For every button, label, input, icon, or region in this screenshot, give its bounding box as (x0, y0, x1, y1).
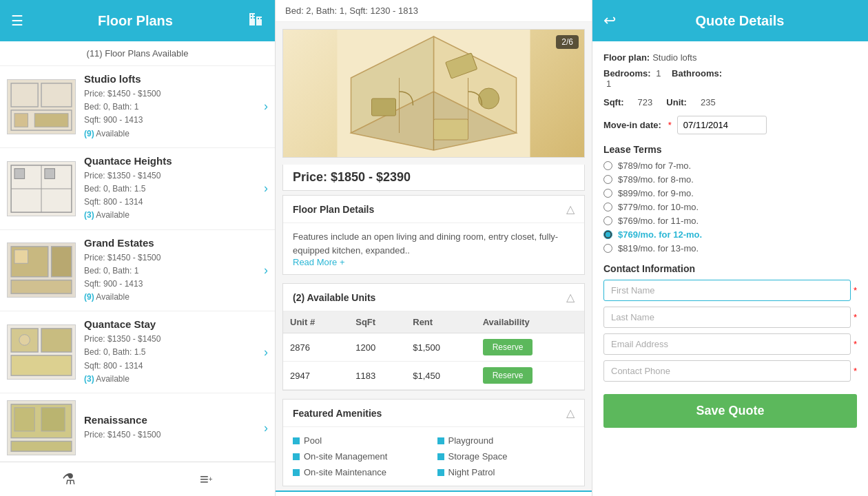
read-more-link[interactable]: Read More + (293, 257, 345, 267)
amenity-playground: Playground (437, 434, 575, 447)
right-panel-title: Quote Details (623, 13, 857, 29)
chevron-right-icon-3: › (264, 263, 268, 278)
svg-rect-22 (52, 247, 72, 277)
right-body: Floor plan: Studio lofts Bedrooms: 1 Bat… (592, 41, 868, 496)
floor-plan-desc: Features include an open living and dini… (293, 230, 575, 257)
fp-name-2: Quantace Heights (84, 155, 268, 167)
phone-input[interactable] (603, 360, 851, 382)
right-panel: ↩ Quote Details Floor plan: Studio lofts… (592, 0, 868, 496)
floor-plan-info-4: Quantace Stay Price: $1350 - $1450 Bed: … (76, 318, 268, 386)
bedrooms-value: 1 (656, 68, 661, 79)
unit-sqft-1: 1200 (349, 333, 406, 362)
last-name-input[interactable] (603, 307, 851, 328)
floorplans-list: Studio lofts Price: $1450 - $1500 Bed: 0… (0, 66, 275, 462)
check-availability-bar: Check Availability ‹ › (276, 490, 592, 496)
bathrooms-value: 1 (606, 79, 611, 89)
floor-plan-item-5[interactable]: Renaissance Price: $1450 - $1500 › (0, 393, 275, 462)
fp-details-2: Price: $1350 - $1450 Bed: 0, Bath: 1.5 S… (84, 169, 268, 223)
bedrooms-label: Bedrooms: (603, 68, 651, 79)
svg-rect-24 (14, 250, 28, 264)
svg-rect-27 (41, 329, 72, 352)
lease-radio-0[interactable] (603, 161, 612, 170)
svg-rect-34 (41, 408, 65, 431)
email-input[interactable] (603, 333, 851, 355)
floor-plan-item-2[interactable]: Quantace Heights Price: $1350 - $1450 Be… (0, 148, 275, 230)
unit-number-1: 2876 (283, 333, 349, 362)
reserve-btn-1[interactable]: Reserve (483, 339, 533, 355)
lease-option-2: $899/mo. for 9-mo. (603, 188, 857, 198)
fp-details-3: Price: $1450 - $1500 Bed: 0, Bath: 1 Sqf… (84, 251, 268, 304)
lease-option-4: $769/mo. for 11-mo. (603, 216, 857, 226)
unit-reserve-1: Reserve (476, 333, 584, 362)
unit-number-2: 2947 (283, 362, 349, 390)
fp-name-1: Studio lofts (84, 73, 268, 85)
floor-plan-details-body: Features include an open living and dini… (283, 223, 584, 274)
top-info: Bed: 2, Bath: 1, Sqft: 1230 - 1813 (276, 0, 592, 22)
col-sqft: SqFt (349, 311, 406, 333)
list-add-icon-btn[interactable]: ≡+ (138, 462, 276, 496)
amenity-dot (293, 437, 300, 444)
floorplans-count: (11) Floor Plans Available (0, 41, 275, 66)
lease-radio-5[interactable] (603, 230, 612, 239)
next-nav-btn[interactable]: › (564, 492, 582, 496)
building-icon[interactable] (247, 11, 264, 31)
email-row: * (603, 333, 857, 355)
svg-rect-5 (254, 17, 255, 19)
floor-plan-item-3[interactable]: Grand Estates Price: $1450 - $1500 Bed: … (0, 230, 275, 312)
floor-plan-thumb-4 (7, 324, 76, 380)
units-table: Unit # SqFt Rent Availability 2876 1200 … (283, 311, 584, 390)
amenity-dot (293, 453, 300, 460)
amenity-dot (437, 469, 444, 476)
amenities-header[interactable]: Featured Amenities △ (283, 400, 584, 427)
quote-details-grid: Bedrooms: 1 Bathrooms: 1 (603, 68, 857, 89)
lease-radio-3[interactable] (603, 203, 612, 211)
floor-plan-thumb-1 (7, 79, 76, 134)
lease-radio-6[interactable] (603, 244, 612, 253)
table-row: 2947 1183 $1,450 Reserve (283, 362, 584, 390)
move-in-input[interactable] (677, 116, 767, 134)
filter-icon-btn[interactable]: ⚗ (0, 462, 138, 496)
available-units-title: (2) Available Units (293, 292, 375, 303)
lease-terms-title: Lease Terms (603, 144, 857, 155)
floor-plan-value: Studio lofts (652, 52, 696, 63)
lease-radio-1[interactable] (603, 175, 612, 184)
floor-plan-details-accordion: Floor Plan Details △ Features include an… (282, 195, 585, 275)
reserve-btn-2[interactable]: Reserve (483, 367, 533, 384)
floor-plan-item-4[interactable]: Quantace Stay Price: $1350 - $1450 Bed: … (0, 311, 275, 393)
hamburger-icon[interactable]: ☰ (11, 12, 23, 29)
available-units-header[interactable]: (2) Available Units △ (283, 284, 584, 311)
move-in-label: Move-in date: (603, 120, 661, 130)
left-panel-title: Floor Plans (23, 13, 247, 29)
lease-radio-4[interactable] (603, 216, 612, 225)
fp-name-3: Grand Estates (84, 237, 268, 249)
back-icon[interactable]: ↩ (603, 12, 616, 30)
lease-option-5: $769/mo. for 12-mo. (603, 229, 857, 240)
last-name-required: * (854, 312, 857, 322)
floor-plan-item-1[interactable]: Studio lofts Price: $1450 - $1500 Bed: 0… (0, 66, 275, 148)
fp-details-4: Price: $1350 - $1450 Bed: 0, Bath: 1.5 S… (84, 333, 268, 386)
col-unit: Unit # (283, 311, 349, 333)
prev-nav-btn[interactable]: ‹ (544, 492, 563, 496)
unit-rent-2: $1,450 (406, 362, 475, 390)
first-name-input[interactable] (603, 280, 851, 301)
svg-rect-33 (14, 408, 34, 431)
available-units-body: Unit # SqFt Rent Availability 2876 1200 … (283, 311, 584, 390)
lease-radio-2[interactable] (603, 189, 612, 198)
lease-option-0: $789/mo for 7-mo. (603, 161, 857, 171)
amenities-toggle-icon: △ (566, 406, 575, 420)
phone-row: * (603, 360, 857, 382)
floor-plan-details-header[interactable]: Floor Plan Details △ (283, 196, 584, 223)
middle-panel: Bed: 2, Bath: 1, Sqft: 1230 - 1813 (276, 0, 592, 496)
amenity-night-patrol: Night Patrol (437, 466, 575, 479)
contact-info-section: Contact Information * * * * (603, 263, 857, 382)
phone-required: * (854, 366, 857, 376)
fp-name-5: Renaissance (84, 414, 268, 426)
floor-plan-thumb-3 (7, 242, 76, 298)
image-counter: 2/6 (556, 35, 579, 49)
save-quote-button[interactable]: Save Quote (603, 394, 857, 428)
left-panel: ☰ Floor Plans (11) Floor Plans Available (0, 0, 276, 496)
svg-rect-7 (260, 18, 262, 19)
svg-rect-45 (434, 119, 468, 140)
floor-plan-info-1: Studio lofts Price: $1450 - $1500 Bed: 0… (76, 73, 268, 141)
first-name-required: * (854, 285, 857, 296)
